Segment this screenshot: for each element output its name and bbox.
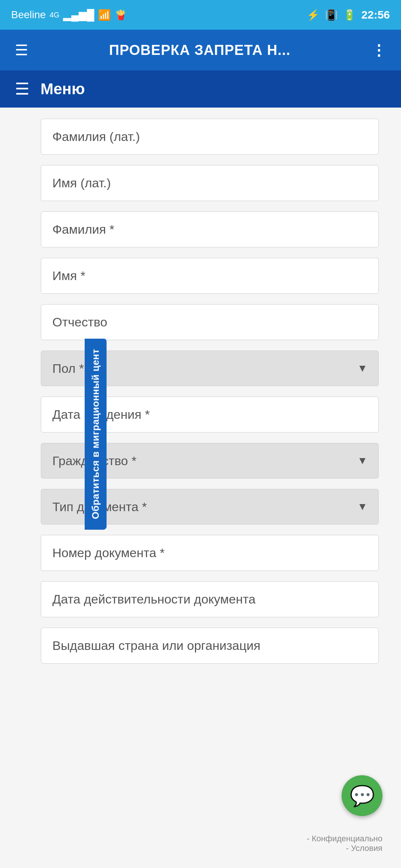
wifi-icon: 📶 xyxy=(98,9,111,21)
chat-fab-icon: 💬 xyxy=(350,784,375,808)
vibrate-icon: 📳 xyxy=(325,9,338,21)
battery-icon: 🔋 xyxy=(343,9,356,21)
footer-note-line1: - Конфиденциально xyxy=(307,834,382,844)
chat-fab-button[interactable]: 💬 xyxy=(342,775,382,816)
mcdonalds-icon: 🍟 xyxy=(115,9,127,21)
menu-subheader-label: Меню xyxy=(40,80,85,98)
issuing-country-org-input[interactable] xyxy=(41,628,379,664)
hamburger-menu-icon[interactable]: ☰ xyxy=(15,43,28,57)
side-tab-migration[interactable]: Обратиться в миграционный цент xyxy=(85,338,107,529)
signal-icon: ▂▄▆█ xyxy=(63,9,94,21)
status-bar: Beeline 4G ▂▄▆█ 📶 🍟 ⚡ 📳 🔋 22:56 xyxy=(0,0,401,30)
network-type: 4G xyxy=(49,11,59,19)
document-number-input[interactable] xyxy=(41,535,379,571)
side-tab-label: Обратиться в миграционный цент xyxy=(90,349,101,519)
footer-note: - Конфиденциально - Условия xyxy=(307,834,382,853)
status-right: ⚡ 📳 🔋 22:56 xyxy=(307,9,390,21)
bluetooth-icon: ⚡ xyxy=(307,9,320,21)
surname-required-input[interactable] xyxy=(41,211,379,247)
footer-note-line2: - Условия xyxy=(307,844,382,853)
app-bar: ☰ ПРОВЕРКА ЗАПРЕТА Н... ⋮ xyxy=(0,30,401,70)
carrier-label: Beeline xyxy=(11,9,46,21)
more-options-icon[interactable]: ⋮ xyxy=(371,42,386,59)
menu-subheader-icon[interactable]: ☰ xyxy=(15,81,29,97)
status-left: Beeline 4G ▂▄▆█ 📶 🍟 xyxy=(11,9,127,21)
app-bar-title: ПРОВЕРКА ЗАПРЕТА Н... xyxy=(109,42,291,58)
menu-subheader: ☰ Меню xyxy=(0,70,401,108)
time-label: 22:56 xyxy=(361,9,390,21)
name-required-input[interactable] xyxy=(41,258,379,294)
surname-latin-input[interactable] xyxy=(41,119,379,155)
patronymic-input[interactable] xyxy=(41,304,379,340)
name-latin-input[interactable] xyxy=(41,165,379,201)
form-area: Пол * Мужской Женский ▼ Гражданство * ▼ … xyxy=(0,108,401,849)
document-validity-date-input[interactable] xyxy=(41,581,379,617)
